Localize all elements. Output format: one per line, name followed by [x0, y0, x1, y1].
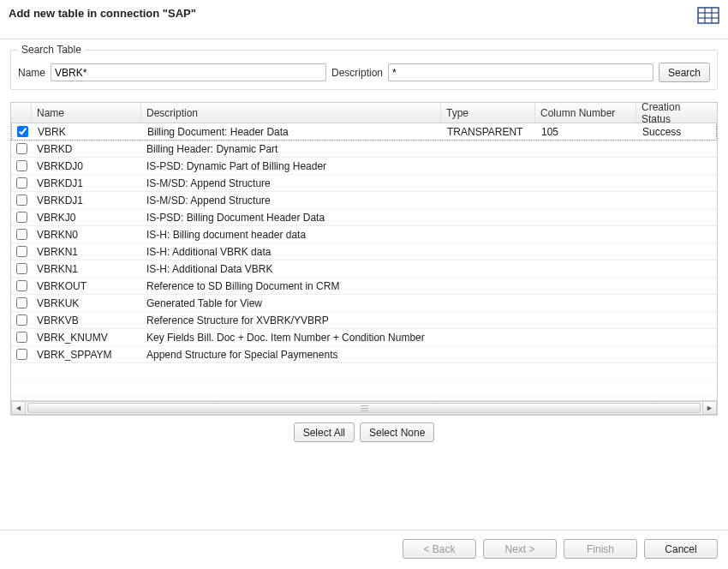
row-checkbox-cell: [11, 160, 32, 171]
description-input[interactable]: [388, 63, 653, 81]
row-checkbox-cell: [11, 297, 32, 308]
cell-description: Generated Table for View: [141, 297, 441, 309]
cell-name: VBRK: [33, 126, 142, 138]
table-header: Name Description Type Column Number Crea…: [11, 103, 717, 123]
row-checkbox[interactable]: [16, 160, 27, 171]
row-checkbox-cell: [11, 349, 32, 360]
search-button[interactable]: Search: [659, 63, 710, 82]
table-row[interactable]: VBRKN1IS-H: Additional Data VBRK: [11, 261, 717, 278]
cell-name: VBRKOUT: [32, 280, 141, 292]
next-button[interactable]: Next >: [483, 539, 557, 559]
col-header-name[interactable]: Name: [32, 103, 141, 123]
col-header-cstat[interactable]: Creation Status: [636, 103, 717, 123]
scroll-right-arrow[interactable]: ►: [702, 401, 717, 415]
row-checkbox[interactable]: [16, 297, 27, 308]
row-checkbox[interactable]: [16, 314, 27, 326]
row-checkbox-cell: [11, 143, 32, 154]
row-checkbox[interactable]: [16, 212, 27, 223]
select-buttonbar: Select All Select None: [10, 422, 718, 442]
blank-row: [11, 380, 717, 398]
cell-name: VBRKN1: [32, 246, 141, 258]
row-checkbox[interactable]: [17, 126, 28, 137]
table-body: VBRKBilling Document: Header DataTRANSPA…: [11, 123, 717, 400]
scroll-thumb[interactable]: [27, 403, 701, 413]
cell-description: IS-M/SD: Append Structure: [141, 195, 441, 207]
cell-description: Reference to SD Billing Document in CRM: [141, 280, 441, 292]
table-row[interactable]: VBRKJ0IS-PSD: Billing Document Header Da…: [11, 209, 717, 226]
cell-description: Reference Structure for XVBRK/YVBRP: [141, 314, 441, 326]
cell-description: IS-H: Additional VBRK data: [141, 246, 441, 258]
cell-name: VBRKDJ1: [32, 195, 141, 207]
row-checkbox-cell: [11, 280, 32, 291]
table-row[interactable]: VBRKDJ1IS-M/SD: Append Structure: [11, 192, 717, 209]
row-checkbox[interactable]: [16, 143, 27, 154]
cell-name: VBRK_KNUMV: [32, 332, 141, 344]
finish-button[interactable]: Finish: [564, 539, 637, 559]
table-row[interactable]: VBRKUKGenerated Table for View: [11, 295, 717, 312]
name-input[interactable]: [51, 63, 326, 81]
row-checkbox-cell: [11, 195, 32, 206]
table-row[interactable]: VBRKN0IS-H: Billing document header data: [11, 226, 717, 243]
col-header-check: [11, 103, 32, 123]
row-checkbox-cell: [11, 314, 32, 326]
row-checkbox[interactable]: [16, 246, 27, 257]
wizard-window: Add new table in connection "SAP" Search…: [0, 0, 728, 569]
cell-description: IS-M/SD: Append Structure: [141, 177, 441, 189]
titlebar: Add new table in connection "SAP": [0, 0, 728, 30]
row-checkbox[interactable]: [16, 332, 27, 343]
cell-description: Billing Document: Header Data: [142, 126, 442, 138]
cell-column-number: 105: [536, 126, 637, 138]
row-checkbox-cell: [11, 229, 32, 240]
cell-creation-status: Success: [637, 126, 716, 138]
cell-name: VBRKDJ0: [32, 160, 141, 172]
cancel-button[interactable]: Cancel: [644, 539, 718, 559]
name-label: Name: [18, 67, 45, 79]
cell-name: VBRKJ0: [32, 212, 141, 224]
results-table: Name Description Type Column Number Crea…: [10, 102, 718, 416]
search-group: Search Table Name Description Search: [10, 50, 718, 90]
table-row[interactable]: VBRKBilling Document: Header DataTRANSPA…: [11, 123, 717, 141]
cell-description: IS-PSD: Billing Document Header Data: [141, 212, 441, 224]
cell-description: Billing Header: Dynamic Part: [141, 143, 441, 155]
back-button[interactable]: < Back: [403, 539, 476, 559]
table-row[interactable]: VBRKDBilling Header: Dynamic Part: [11, 141, 717, 158]
cell-type: TRANSPARENT: [442, 126, 536, 138]
description-label: Description: [331, 67, 383, 79]
cell-description: Key Fields Bill. Doc + Doc. Item Number …: [141, 332, 441, 344]
table-row[interactable]: VBRKDJ0IS-PSD: Dynamic Part of Billing H…: [11, 158, 717, 175]
search-row: Name Description Search: [18, 63, 710, 82]
row-checkbox[interactable]: [16, 349, 27, 360]
row-checkbox[interactable]: [16, 280, 27, 291]
row-checkbox[interactable]: [16, 177, 27, 189]
cell-name: VBRKVB: [32, 314, 141, 326]
scroll-track[interactable]: [26, 401, 702, 415]
table-row[interactable]: VBRKOUTReference to SD Billing Document …: [11, 278, 717, 295]
search-group-label: Search Table: [18, 44, 85, 56]
row-checkbox-cell: [11, 332, 32, 343]
select-none-button[interactable]: Select None: [360, 422, 434, 442]
col-header-desc[interactable]: Description: [141, 103, 441, 123]
blank-row: [11, 363, 717, 380]
col-header-type[interactable]: Type: [441, 103, 535, 123]
col-header-colno[interactable]: Column Number: [535, 103, 636, 123]
table-row[interactable]: VBRKN1IS-H: Additional VBRK data: [11, 243, 717, 261]
table-row[interactable]: VBRK_SPPAYMAppend Structure for Special …: [11, 346, 717, 363]
table-row[interactable]: VBRKVBReference Structure for XVBRK/YVBR…: [11, 312, 717, 329]
page-title: Add new table in connection "SAP": [9, 7, 196, 20]
row-checkbox[interactable]: [16, 195, 27, 206]
cell-name: VBRKUK: [32, 297, 141, 309]
scroll-left-arrow[interactable]: ◄: [11, 401, 26, 415]
row-checkbox-cell: [11, 212, 32, 223]
horizontal-scrollbar[interactable]: ◄ ►: [11, 400, 717, 415]
row-checkbox[interactable]: [16, 263, 27, 274]
cell-description: IS-H: Additional Data VBRK: [141, 263, 441, 275]
row-checkbox-cell: [11, 263, 32, 274]
row-checkbox[interactable]: [16, 229, 27, 240]
table-row[interactable]: VBRK_KNUMVKey Fields Bill. Doc + Doc. It…: [11, 329, 717, 346]
cell-name: VBRK_SPPAYM: [32, 349, 141, 361]
cell-name: VBRKD: [32, 143, 141, 155]
select-all-button[interactable]: Select All: [294, 422, 355, 442]
table-row[interactable]: VBRKDJ1IS-M/SD: Append Structure: [11, 175, 717, 192]
table-icon: [697, 7, 719, 27]
svg-rect-0: [698, 8, 719, 23]
